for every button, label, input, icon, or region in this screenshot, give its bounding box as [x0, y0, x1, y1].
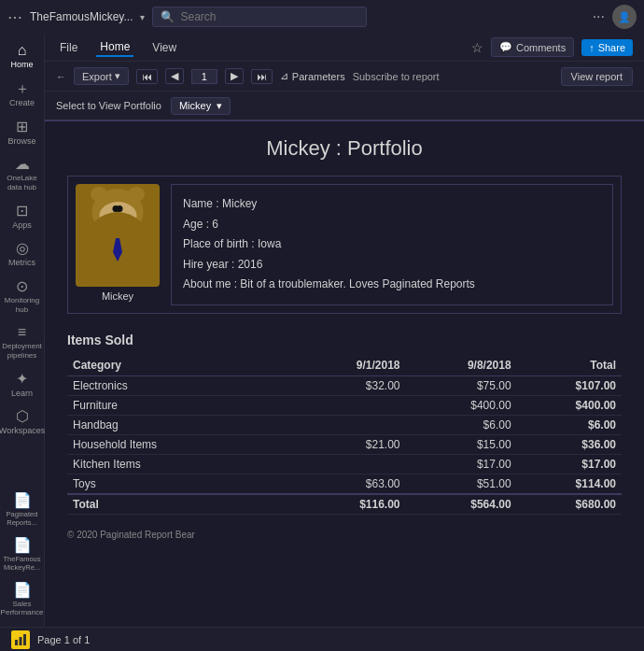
- items-sold-section: Items Sold Category 9/1/2018 9/8/2018 To…: [67, 333, 622, 515]
- nav-first-button[interactable]: ⏮: [136, 69, 158, 84]
- profile-info: Name : Mickey Age : 6 Place of birth : I…: [171, 184, 613, 305]
- cell-date1: $21.00: [294, 434, 405, 454]
- col-header-date2: 9/8/2018: [406, 355, 517, 376]
- comment-icon: 💬: [499, 41, 512, 53]
- report-title: Mickey : Portfolio: [67, 136, 622, 161]
- sidebar-item-paginated[interactable]: 📄 Paginated Reports...: [0, 488, 44, 532]
- topbar: ⋯ TheFamousMickey... ▾ 🔍 ··· 👤: [0, 0, 644, 34]
- col-header-total: Total: [517, 355, 622, 376]
- profile-section: Mickey Name : Mickey Age : 6 Place of bi…: [67, 176, 622, 314]
- sidebar-item-label: Create: [9, 98, 35, 108]
- sidebar-item-home[interactable]: ⌂ Home: [0, 37, 44, 76]
- sidebar-item-workspaces[interactable]: ⬡ Workspaces: [0, 403, 44, 442]
- sidebar-item-label: Browse: [7, 136, 35, 147]
- menu-home[interactable]: Home: [96, 38, 133, 57]
- sidebar-item-sales[interactable]: 📄 Sales Performance: [0, 577, 44, 623]
- filter-icon: ⊿: [280, 70, 288, 82]
- favorite-star-icon[interactable]: ☆: [471, 40, 483, 55]
- sidebar-item-apps[interactable]: ⊡ Apps: [0, 198, 44, 236]
- col-header-category: Category: [67, 355, 294, 376]
- metrics-icon: ◎: [16, 241, 29, 256]
- menubar: File Home View ☆ 💬 Comments ↑ Share: [45, 34, 644, 62]
- cell-total: $17.00: [517, 454, 622, 474]
- profile-hireyear: Hire year : 2016: [183, 255, 601, 276]
- share-button[interactable]: ↑ Share: [581, 39, 633, 56]
- parameters-button[interactable]: ⊿ Parameters: [280, 70, 345, 82]
- cell-category: Household Items: [67, 434, 294, 454]
- menubar-right: ☆ 💬 Comments ↑ Share: [471, 37, 633, 57]
- onelake-icon: ☁: [15, 157, 30, 172]
- export-button[interactable]: Export ▾: [74, 67, 129, 85]
- famousmickey-icon: 📄: [13, 538, 32, 553]
- nav-next-button[interactable]: ▶: [225, 68, 244, 84]
- sidebar-item-label: OneLake data hub: [2, 174, 42, 191]
- deployment-icon: ≡: [18, 325, 26, 340]
- sidebar-item-label: Learn: [11, 389, 33, 399]
- sidebar-item-deployment[interactable]: ≡ Deployment pipelines: [0, 319, 44, 365]
- total-label: Total: [67, 494, 294, 515]
- sidebar-item-label: Apps: [12, 220, 32, 231]
- comments-label: Comments: [516, 42, 566, 53]
- total-date1: $116.00: [294, 494, 405, 515]
- workspaces-icon: ⬡: [16, 409, 29, 424]
- sidebar: ⌂ Home ＋ Create ⊞ Browse ☁ OneLake data …: [0, 34, 45, 627]
- report-area: Mickey : Portfolio: [45, 121, 644, 627]
- sidebar-item-metrics[interactable]: ◎ Metrics: [0, 235, 44, 274]
- sidebar-item-monitoring[interactable]: ⊙ Monitoring hub: [0, 274, 44, 319]
- items-sold-title: Items Sold: [67, 333, 622, 347]
- comments-button[interactable]: 💬 Comments: [491, 37, 574, 57]
- search-box[interactable]: 🔍: [152, 7, 367, 27]
- total-date2: $564.00: [406, 494, 517, 515]
- portfolio-dropdown[interactable]: Mickey ▾: [171, 97, 231, 115]
- nav-last-button[interactable]: ⏭: [251, 69, 273, 84]
- monitoring-icon: ⊙: [16, 279, 28, 294]
- learn-icon: ✦: [16, 372, 28, 387]
- cell-category: Electronics: [67, 375, 294, 395]
- cell-category: Kitchen Items: [67, 454, 294, 474]
- sidebar-item-onelake[interactable]: ☁ OneLake data hub: [0, 151, 44, 197]
- col-header-date1: 9/1/2018: [294, 355, 405, 376]
- subscribe-button[interactable]: Subscribe to report: [353, 71, 440, 82]
- menu-view[interactable]: View: [148, 39, 180, 56]
- profile-age: Age : 6: [183, 215, 601, 235]
- table-row: Toys $63.00 $51.00 $114.00: [67, 474, 622, 494]
- share-label: Share: [598, 42, 625, 53]
- topbar-ellipsis[interactable]: ···: [593, 8, 605, 25]
- portfolio-value: Mickey: [179, 100, 211, 111]
- cell-date2: $17.00: [406, 454, 517, 474]
- sidebar-item-learn[interactable]: ✦ Learn: [0, 366, 44, 404]
- cell-total: $400.00: [517, 395, 622, 415]
- sales-icon: 📄: [13, 583, 32, 598]
- bottom-bar: Page 1 of 1: [0, 627, 644, 651]
- page-indicator: Page 1 of 1: [37, 634, 90, 645]
- profile-about: About me : Bit of a troublemaker. Loves …: [183, 275, 601, 295]
- parameters-label: Parameters: [292, 71, 345, 82]
- cell-date1: [294, 415, 405, 434]
- sidebar-item-label: Metrics: [8, 258, 35, 268]
- share-icon: ↑: [589, 42, 595, 53]
- search-icon: 🔍: [161, 10, 175, 23]
- svg-rect-0: [15, 640, 18, 645]
- page-number-input[interactable]: 1: [191, 69, 217, 84]
- sidebar-item-label: Workspaces: [0, 426, 45, 436]
- nav-prev-button[interactable]: ◀: [165, 68, 184, 84]
- cell-category: Furniture: [67, 395, 294, 415]
- apps-grid-icon[interactable]: ⋯: [7, 8, 22, 26]
- view-report-button[interactable]: View report: [561, 67, 633, 86]
- sidebar-item-famousmickey[interactable]: 📄 TheFamous MickeyRe...: [0, 532, 44, 577]
- cell-date2: $15.00: [406, 434, 517, 454]
- cell-date1: $63.00: [294, 474, 405, 494]
- apps-icon: ⊡: [16, 204, 28, 219]
- search-input[interactable]: [180, 10, 358, 23]
- sidebar-item-browse[interactable]: ⊞ Browse: [0, 114, 44, 152]
- svg-rect-2: [23, 634, 26, 645]
- avatar[interactable]: 👤: [612, 5, 637, 29]
- cell-total: $6.00: [517, 415, 622, 434]
- menu-file[interactable]: File: [56, 39, 81, 56]
- report-footer: © 2020 Paginated Report Bear: [67, 530, 622, 540]
- sidebar-item-label: TheFamous MickeyRe...: [2, 555, 42, 572]
- sidebar-item-label: Paginated Reports...: [2, 510, 42, 527]
- cell-total: $114.00: [517, 474, 622, 494]
- export-chevron-icon: ▾: [115, 70, 120, 82]
- sidebar-item-create[interactable]: ＋ Create: [0, 76, 44, 114]
